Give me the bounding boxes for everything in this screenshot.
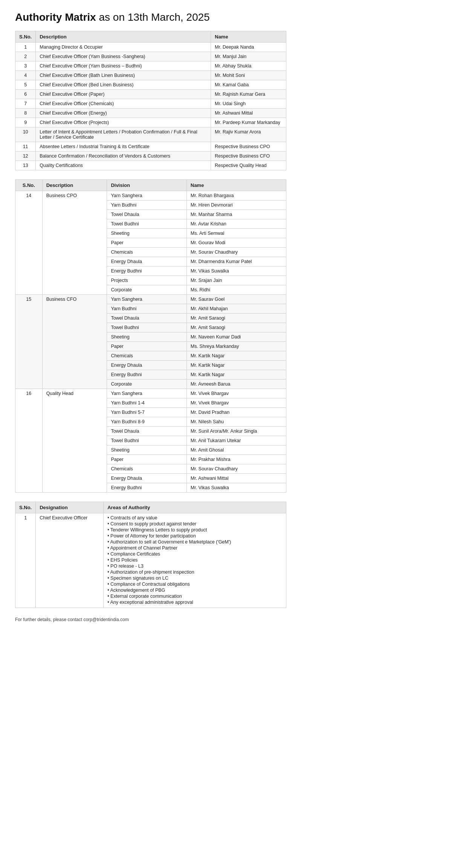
row-name: Mr. David Pradhan (187, 408, 286, 417)
col-header-sno: S.No. (15, 31, 36, 43)
row-designation: Chief Executive Officer (36, 513, 104, 608)
row-div: Chemicals (107, 248, 187, 257)
area-item: Compliance Certificates (107, 551, 282, 557)
row-name: Mr. Manhar Sharma (187, 210, 286, 219)
row-sno: 3 (15, 61, 36, 71)
row-name: Ms. Shreya Markanday (187, 342, 286, 351)
row-sno: 15 (15, 295, 43, 389)
row-name: Mr. Vikas Suwalka (187, 483, 286, 493)
area-item: External corporate communication (107, 594, 282, 599)
row-sno: 8 (15, 109, 36, 118)
col-header-role: Description (42, 180, 107, 191)
col-header-desig: Designation (36, 502, 104, 513)
row-sno: 13 (15, 161, 36, 170)
authority-table-3: S.No. Designation Areas of Authority 1 C… (15, 502, 286, 608)
area-item: Any exceptional administrative approval (107, 600, 282, 605)
row-div: Yarn Budhni 8-9 (107, 417, 187, 427)
row-name: Mr. Manjul Jain (211, 52, 286, 61)
area-item: Tenderer Willingness Letters to supply p… (107, 527, 282, 533)
col-header-division: Division (107, 180, 187, 191)
row-name: Ms. Ridhi (187, 285, 286, 295)
row-div: Paper (107, 342, 187, 351)
area-item: PO release - L3 (107, 563, 282, 569)
row-div: Towel Budhni (107, 219, 187, 229)
row-div: Sheeting (107, 332, 187, 342)
table-row: 7 Chief Executive Officer (Chemicals) Mr… (15, 99, 286, 109)
row-name: Respective Business CPO (211, 142, 286, 152)
row-div: Towel Budhni (107, 323, 187, 332)
row-div: Towel Dhaula (107, 314, 187, 323)
row-name: Mr. Srajan Jain (187, 276, 286, 285)
row-div: Yarn Budhni (107, 201, 187, 210)
page-title: Authority Matrix as on 13th March, 2025 (15, 11, 286, 23)
row-div: Yarn Sanghera (107, 389, 187, 398)
area-item: Compliance of Contractual obligations (107, 582, 282, 587)
row-desc: Chief Executive Officer (Bed Linen Busin… (36, 80, 211, 90)
row-sno: 10 (15, 127, 36, 142)
row-desc: Chief Executive Officer (Chemicals) (36, 99, 211, 109)
area-item: Power of Attorney for tender participati… (107, 533, 282, 539)
row-sno: 14 (15, 191, 43, 295)
row-sno: 16 (15, 389, 43, 493)
row-div: Towel Dhaula (107, 427, 187, 436)
row-name: Mr. Sunil Arora/Mr. Ankur Singla (187, 427, 286, 436)
row-div: Chemicals (107, 464, 187, 474)
row-name: Mr. Ashwani Mittal (211, 109, 286, 118)
col-header-sno2: S.No. (15, 180, 43, 191)
row-name: Mr. Sourav Chaudhary (187, 464, 286, 474)
row-sno: 4 (15, 71, 36, 80)
row-desc: Chief Executive Officer (Yarn Business –… (36, 61, 211, 71)
row-div: Energy Dhaula (107, 474, 187, 483)
row-div: Yarn Sanghera (107, 295, 187, 304)
table-row: 10 Letter of Intent & Appointment Letter… (15, 127, 286, 142)
row-name: Mr. Avtar Krishan (187, 219, 286, 229)
table-row: 12 Balance Confirmation / Reconciliation… (15, 152, 286, 161)
table-row: 11 Absentee Letters / Industrial Trainin… (15, 142, 286, 152)
col-header-name: Name (211, 31, 286, 43)
row-name: Mr. Rajnish Kumar Gera (211, 90, 286, 99)
row-sno: 2 (15, 52, 36, 61)
row-role: Quality Head (42, 389, 107, 493)
row-name: Mr. Naveen Kumar Dadi (187, 332, 286, 342)
table-row: 6 Chief Executive Officer (Paper) Mr. Ra… (15, 90, 286, 99)
row-div: Chemicals (107, 351, 187, 361)
row-name: Mr. Gourav Modi (187, 238, 286, 248)
area-item: Authorization of pre-shipment inspection (107, 569, 282, 575)
row-name: Mr. Vivek Bhargav (187, 398, 286, 408)
footer-text: For further details, please contact corp… (15, 617, 286, 622)
row-desc: Balance Confirmation / Reconciliation of… (36, 152, 211, 161)
table-row: 2 Chief Executive Officer (Yarn Business… (15, 52, 286, 61)
table-row: 15 Business CFO Yarn Sanghera Mr. Saurav… (15, 295, 286, 304)
row-role: Business CFO (42, 295, 107, 389)
row-div: Energy Dhaula (107, 257, 187, 266)
row-sno: 11 (15, 142, 36, 152)
row-desc: Quality Certifications (36, 161, 211, 170)
row-sno: 1 (15, 513, 36, 608)
row-sno: 6 (15, 90, 36, 99)
area-item: Specimen signatures on LC (107, 576, 282, 581)
row-name: Mr. Amit Saraogi (187, 314, 286, 323)
row-name: Mr. Rajiv Kumar Arora (211, 127, 286, 142)
row-name: Mr. Kartik Nagar (187, 370, 286, 380)
row-name: Mr. Kamal Gaba (211, 80, 286, 90)
row-name: Mr. Anil Tukaram Utekar (187, 436, 286, 445)
row-sno: 5 (15, 80, 36, 90)
row-name: Mr. Kartik Nagar (187, 351, 286, 361)
area-item: Authorization to sell at Government e Ma… (107, 539, 282, 545)
row-div: Sheeting (107, 445, 187, 455)
row-name: Respective Quality Head (211, 161, 286, 170)
row-name: Mr. Vivek Bhargav (187, 389, 286, 398)
row-div: Energy Dhaula (107, 361, 187, 370)
row-name: Mr. Prakhar Mishra (187, 455, 286, 464)
row-name: Mr. Hiren Devmorari (187, 201, 286, 210)
row-name: Mr. Dharmendra Kumar Patel (187, 257, 286, 266)
row-div: Corporate (107, 380, 187, 389)
area-item: Appointment of Channel Partner (107, 545, 282, 551)
row-name: Mr. Pardeep Kumar Markanday (211, 118, 286, 127)
row-name: Mr. Nilesh Sahu (187, 417, 286, 427)
row-name: Mr. Ashwani Mittal (187, 474, 286, 483)
table-row: 5 Chief Executive Officer (Bed Linen Bus… (15, 80, 286, 90)
row-name: Mr. Amit Saraogi (187, 323, 286, 332)
row-name: Mr. Sourav Chaudhary (187, 248, 286, 257)
row-div: Sheeting (107, 229, 187, 238)
